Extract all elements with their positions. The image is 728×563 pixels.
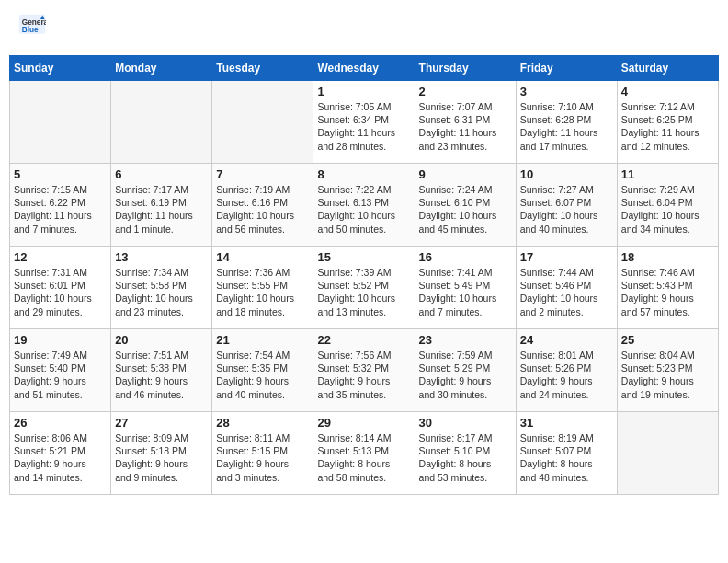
calendar-cell: 17Sunrise: 7:44 AMSunset: 5:46 PMDayligh… <box>516 247 617 329</box>
calendar-cell: 20Sunrise: 7:51 AMSunset: 5:38 PMDayligh… <box>111 329 212 412</box>
day-info: Sunrise: 7:19 AMSunset: 6:16 PMDaylight:… <box>216 183 309 236</box>
weekday-header-wednesday: Wednesday <box>313 56 415 81</box>
calendar-cell <box>111 81 212 164</box>
weekday-header-saturday: Saturday <box>617 56 718 81</box>
calendar-cell: 23Sunrise: 7:59 AMSunset: 5:29 PMDayligh… <box>415 329 516 412</box>
calendar-cell: 15Sunrise: 7:39 AMSunset: 5:52 PMDayligh… <box>313 247 415 329</box>
day-info: Sunrise: 7:34 AMSunset: 5:58 PMDaylight:… <box>115 266 208 318</box>
calendar-cell <box>617 412 718 495</box>
day-number: 12 <box>14 250 107 264</box>
day-info: Sunrise: 7:54 AMSunset: 5:35 PMDaylight:… <box>216 349 309 401</box>
day-number: 18 <box>621 250 714 264</box>
day-info: Sunrise: 7:27 AMSunset: 6:07 PMDaylight:… <box>520 183 613 236</box>
day-info: Sunrise: 7:22 AMSunset: 6:13 PMDaylight:… <box>317 183 410 236</box>
day-info: Sunrise: 8:09 AMSunset: 5:18 PMDaylight:… <box>115 431 208 484</box>
calendar-cell: 30Sunrise: 8:17 AMSunset: 5:10 PMDayligh… <box>415 412 516 495</box>
day-info: Sunrise: 7:29 AMSunset: 6:04 PMDaylight:… <box>621 183 714 236</box>
logo: General Blue <box>18 14 50 41</box>
calendar-cell: 9Sunrise: 7:24 AMSunset: 6:10 PMDaylight… <box>415 164 516 247</box>
calendar-cell: 27Sunrise: 8:09 AMSunset: 5:18 PMDayligh… <box>111 412 212 495</box>
day-info: Sunrise: 7:49 AMSunset: 5:40 PMDaylight:… <box>14 349 107 401</box>
day-number: 16 <box>419 250 512 264</box>
calendar-cell: 3Sunrise: 7:10 AMSunset: 6:28 PMDaylight… <box>516 81 617 164</box>
day-info: Sunrise: 7:41 AMSunset: 5:49 PMDaylight:… <box>419 266 512 318</box>
day-info: Sunrise: 7:24 AMSunset: 6:10 PMDaylight:… <box>419 183 512 236</box>
day-info: Sunrise: 7:51 AMSunset: 5:38 PMDaylight:… <box>115 349 208 401</box>
day-number: 10 <box>520 167 613 181</box>
day-number: 31 <box>520 416 613 430</box>
day-info: Sunrise: 7:44 AMSunset: 5:46 PMDaylight:… <box>520 266 613 318</box>
day-info: Sunrise: 8:06 AMSunset: 5:21 PMDaylight:… <box>14 431 107 484</box>
calendar-cell: 21Sunrise: 7:54 AMSunset: 5:35 PMDayligh… <box>212 329 313 412</box>
day-number: 30 <box>419 416 512 430</box>
calendar-cell: 4Sunrise: 7:12 AMSunset: 6:25 PMDaylight… <box>617 81 718 164</box>
day-number: 23 <box>419 333 512 347</box>
weekday-header-sunday: Sunday <box>10 56 111 81</box>
calendar-week-1: 1Sunrise: 7:05 AMSunset: 6:34 PMDaylight… <box>10 81 719 164</box>
calendar-cell: 7Sunrise: 7:19 AMSunset: 6:16 PMDaylight… <box>212 164 313 247</box>
weekday-header-monday: Monday <box>111 56 212 81</box>
calendar-week-5: 26Sunrise: 8:06 AMSunset: 5:21 PMDayligh… <box>10 412 719 495</box>
weekday-header-thursday: Thursday <box>415 56 516 81</box>
logo-icon: General Blue <box>18 14 46 41</box>
day-info: Sunrise: 7:46 AMSunset: 5:43 PMDaylight:… <box>621 266 714 318</box>
day-info: Sunrise: 8:11 AMSunset: 5:15 PMDaylight:… <box>216 431 309 484</box>
day-number: 5 <box>14 167 107 181</box>
day-info: Sunrise: 7:39 AMSunset: 5:52 PMDaylight:… <box>317 266 410 318</box>
day-info: Sunrise: 7:59 AMSunset: 5:29 PMDaylight:… <box>419 349 512 401</box>
calendar-week-2: 5Sunrise: 7:15 AMSunset: 6:22 PMDaylight… <box>10 164 719 247</box>
calendar-cell: 1Sunrise: 7:05 AMSunset: 6:34 PMDaylight… <box>313 81 415 164</box>
day-info: Sunrise: 8:19 AMSunset: 5:07 PMDaylight:… <box>520 431 613 484</box>
day-info: Sunrise: 7:17 AMSunset: 6:19 PMDaylight:… <box>115 183 208 236</box>
calendar-header-row: SundayMondayTuesdayWednesdayThursdayFrid… <box>10 56 719 81</box>
day-number: 29 <box>317 416 410 430</box>
day-number: 8 <box>317 167 410 181</box>
day-number: 4 <box>621 85 714 98</box>
day-number: 27 <box>115 416 208 430</box>
day-number: 20 <box>115 333 208 347</box>
calendar-cell: 25Sunrise: 8:04 AMSunset: 5:23 PMDayligh… <box>617 329 718 412</box>
svg-text:Blue: Blue <box>22 26 39 34</box>
calendar-cell: 5Sunrise: 7:15 AMSunset: 6:22 PMDaylight… <box>10 164 111 247</box>
day-info: Sunrise: 8:04 AMSunset: 5:23 PMDaylight:… <box>621 349 714 401</box>
calendar-cell: 16Sunrise: 7:41 AMSunset: 5:49 PMDayligh… <box>415 247 516 329</box>
calendar-cell: 14Sunrise: 7:36 AMSunset: 5:55 PMDayligh… <box>212 247 313 329</box>
calendar-cell: 22Sunrise: 7:56 AMSunset: 5:32 PMDayligh… <box>313 329 415 412</box>
calendar-week-3: 12Sunrise: 7:31 AMSunset: 6:01 PMDayligh… <box>10 247 719 329</box>
calendar-cell: 8Sunrise: 7:22 AMSunset: 6:13 PMDaylight… <box>313 164 415 247</box>
day-number: 6 <box>115 167 208 181</box>
day-number: 28 <box>216 416 309 430</box>
calendar-cell: 11Sunrise: 7:29 AMSunset: 6:04 PMDayligh… <box>617 164 718 247</box>
day-info: Sunrise: 7:56 AMSunset: 5:32 PMDaylight:… <box>317 349 410 401</box>
page-header: General Blue <box>9 9 719 46</box>
day-number: 25 <box>621 333 714 347</box>
weekday-header-friday: Friday <box>516 56 617 81</box>
calendar-cell: 18Sunrise: 7:46 AMSunset: 5:43 PMDayligh… <box>617 247 718 329</box>
day-number: 15 <box>317 250 410 264</box>
day-info: Sunrise: 7:15 AMSunset: 6:22 PMDaylight:… <box>14 183 107 236</box>
day-info: Sunrise: 7:07 AMSunset: 6:31 PMDaylight:… <box>419 100 512 153</box>
day-number: 1 <box>317 85 410 98</box>
day-number: 7 <box>216 167 309 181</box>
day-number: 17 <box>520 250 613 264</box>
weekday-header-tuesday: Tuesday <box>212 56 313 81</box>
day-info: Sunrise: 7:10 AMSunset: 6:28 PMDaylight:… <box>520 100 613 153</box>
calendar-cell: 24Sunrise: 8:01 AMSunset: 5:26 PMDayligh… <box>516 329 617 412</box>
calendar-cell <box>212 81 313 164</box>
calendar-cell: 2Sunrise: 7:07 AMSunset: 6:31 PMDaylight… <box>415 81 516 164</box>
calendar-cell: 6Sunrise: 7:17 AMSunset: 6:19 PMDaylight… <box>111 164 212 247</box>
day-number: 2 <box>419 85 512 98</box>
day-number: 9 <box>419 167 512 181</box>
calendar-table: SundayMondayTuesdayWednesdayThursdayFrid… <box>9 55 719 495</box>
day-info: Sunrise: 8:14 AMSunset: 5:13 PMDaylight:… <box>317 431 410 484</box>
day-number: 22 <box>317 333 410 347</box>
day-number: 26 <box>14 416 107 430</box>
calendar-cell: 28Sunrise: 8:11 AMSunset: 5:15 PMDayligh… <box>212 412 313 495</box>
day-number: 11 <box>621 167 714 181</box>
calendar-cell <box>10 81 111 164</box>
day-info: Sunrise: 7:05 AMSunset: 6:34 PMDaylight:… <box>317 100 410 153</box>
calendar-cell: 29Sunrise: 8:14 AMSunset: 5:13 PMDayligh… <box>313 412 415 495</box>
day-number: 24 <box>520 333 613 347</box>
calendar-cell: 19Sunrise: 7:49 AMSunset: 5:40 PMDayligh… <box>10 329 111 412</box>
calendar-body: 1Sunrise: 7:05 AMSunset: 6:34 PMDaylight… <box>10 81 719 495</box>
